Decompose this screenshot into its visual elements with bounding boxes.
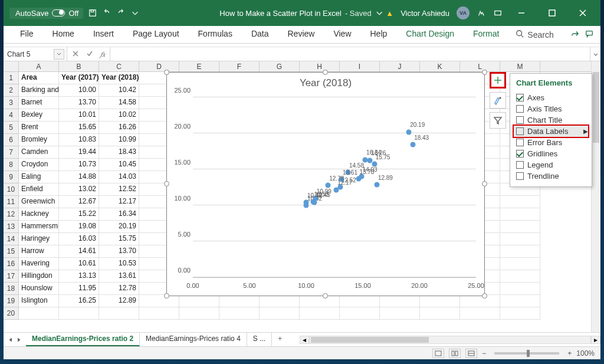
resize-handle[interactable] <box>323 70 328 75</box>
cell[interactable]: Hackney <box>19 208 59 221</box>
row-header[interactable]: 3 <box>4 97 18 109</box>
cell[interactable] <box>500 196 540 208</box>
cell[interactable]: 10.45 <box>99 159 139 171</box>
sheet-tab[interactable]: MedianEarnings-Prices ratio 4 <box>140 333 247 346</box>
row-header[interactable]: 15 <box>4 245 18 258</box>
cell[interactable]: Enfield <box>19 183 59 196</box>
cell[interactable]: 16.03 <box>59 233 99 245</box>
chart-filters-button[interactable] <box>490 112 506 129</box>
cell[interactable]: Hillingdon <box>19 270 59 283</box>
tab-view[interactable]: View <box>324 26 360 43</box>
cell[interactable]: 10.99 <box>99 134 139 146</box>
cell[interactable] <box>420 295 460 307</box>
row-header[interactable]: 18 <box>4 283 18 295</box>
cell[interactable]: 15.65 <box>59 122 99 134</box>
zoom-slider[interactable] <box>494 352 559 355</box>
cell[interactable] <box>340 307 380 320</box>
sheet-nav-prev-icon[interactable] <box>8 336 13 344</box>
tab-page-layout[interactable]: Page Layout <box>123 26 189 43</box>
cell[interactable] <box>500 221 540 233</box>
cell[interactable] <box>500 258 540 270</box>
cell[interactable]: 13.70 <box>59 97 99 109</box>
column-header[interactable]: G <box>260 61 300 71</box>
data-label[interactable]: 14.58 <box>349 162 364 168</box>
row-header[interactable]: 6 <box>4 134 18 146</box>
scroll-right-icon[interactable]: ▸ <box>591 336 600 344</box>
cell[interactable]: Ealing <box>19 171 59 183</box>
cell[interactable] <box>139 307 179 320</box>
cell[interactable]: 12.89 <box>99 295 139 307</box>
tab-file[interactable]: File <box>11 26 43 43</box>
cell[interactable]: 13.02 <box>59 183 99 196</box>
chart-element-option-axis-titles[interactable]: Axis Titles <box>516 103 586 114</box>
fx-icon[interactable]: 𝑓𝑥 <box>100 50 105 58</box>
checkbox-icon[interactable] <box>516 94 524 101</box>
cell[interactable]: 13.13 <box>59 270 99 283</box>
cell[interactable]: 13.70 <box>99 245 139 258</box>
cell[interactable] <box>460 307 500 320</box>
worksheet-grid[interactable]: ABCDEFGHIJKLM 12345678910111213141516171… <box>4 61 600 332</box>
formula-expand-icon[interactable] <box>590 47 600 61</box>
chart-elements-button[interactable] <box>490 72 506 88</box>
page-break-view-button[interactable] <box>465 349 477 358</box>
cell[interactable] <box>500 245 540 258</box>
share-icon[interactable] <box>571 29 579 40</box>
resize-handle[interactable] <box>482 293 487 299</box>
column-header[interactable]: I <box>340 61 380 71</box>
data-label[interactable]: 18.43 <box>414 134 429 140</box>
cell[interactable]: 10.61 <box>59 258 99 270</box>
chart-element-option-error-bars[interactable]: Error Bars <box>516 137 586 148</box>
column-header[interactable]: J <box>380 61 420 71</box>
sheet-nav-next-icon[interactable] <box>17 336 21 344</box>
checkbox-icon[interactable] <box>516 116 524 124</box>
checkbox-icon[interactable] <box>516 150 524 158</box>
tab-format[interactable]: Format <box>464 26 508 43</box>
cell[interactable] <box>219 307 260 320</box>
resize-handle[interactable] <box>482 181 487 186</box>
data-label[interactable]: 13.70 <box>359 168 374 175</box>
row-header[interactable]: 10 <box>4 183 18 196</box>
minimize-button[interactable] <box>510 4 533 22</box>
data-point[interactable] <box>372 161 377 166</box>
chart-plot-area[interactable]: 0.005.0010.0015.0020.0025.000.005.0010.0… <box>193 97 476 278</box>
tab-review[interactable]: Review <box>278 26 324 43</box>
chart-element-option-axes[interactable]: Axes <box>516 92 586 103</box>
maximize-button[interactable] <box>540 4 564 22</box>
cell[interactable]: Area <box>19 72 59 84</box>
cell[interactable]: 16.25 <box>59 295 99 307</box>
chart-title[interactable]: Year (2018) <box>167 77 484 89</box>
row-header[interactable]: 19 <box>4 295 18 307</box>
resize-handle[interactable] <box>164 181 169 186</box>
cell[interactable]: 16.34 <box>99 208 139 221</box>
data-label[interactable]: 12.78 <box>329 175 344 181</box>
cell[interactable]: 15.75 <box>99 233 139 245</box>
tab-insert[interactable]: Insert <box>84 26 123 43</box>
page-layout-view-button[interactable] <box>449 349 461 358</box>
data-label[interactable]: 20.19 <box>410 122 425 128</box>
cell[interactable]: Havering <box>19 258 59 270</box>
row-header[interactable]: 16 <box>4 258 18 270</box>
cell[interactable]: Croydon <box>19 159 59 171</box>
column-header[interactable]: D <box>139 61 179 71</box>
row-header[interactable]: 1 <box>4 72 18 84</box>
cell[interactable] <box>179 307 219 320</box>
cell[interactable]: 12.67 <box>59 196 99 208</box>
zoom-out-button[interactable]: − <box>482 349 486 358</box>
cell[interactable]: 16.26 <box>99 122 139 134</box>
cell[interactable]: Barnet <box>19 97 59 109</box>
row-header[interactable]: 9 <box>4 171 18 183</box>
autosave-toggle[interactable]: AutoSave Off <box>9 8 83 19</box>
checkbox-icon[interactable] <box>516 127 524 135</box>
cell[interactable]: 10.01 <box>59 109 99 122</box>
cell[interactable]: Year (2018) <box>99 72 139 84</box>
scroll-left-icon[interactable]: ◂ <box>300 336 309 344</box>
cell[interactable] <box>420 307 460 320</box>
coming-soon-icon[interactable] <box>477 8 486 18</box>
data-label[interactable]: 12.89 <box>378 174 393 181</box>
cell[interactable]: Bexley <box>19 109 59 122</box>
row-header[interactable]: 8 <box>4 159 18 171</box>
chart-element-option-data-labels[interactable]: Data Labels▶ <box>513 124 589 138</box>
chart-element-option-legend[interactable]: Legend <box>516 159 586 170</box>
column-header[interactable]: B <box>59 61 99 71</box>
cell[interactable]: 19.44 <box>59 146 99 159</box>
